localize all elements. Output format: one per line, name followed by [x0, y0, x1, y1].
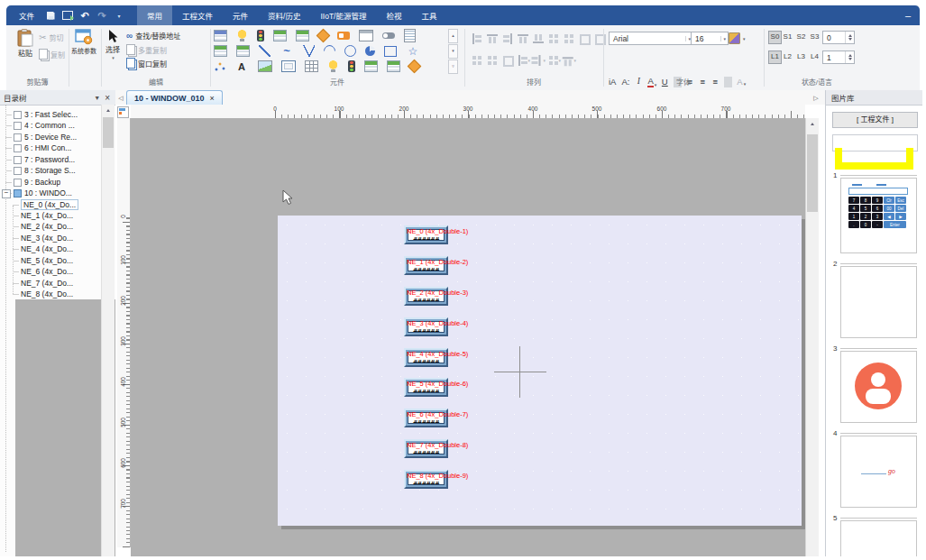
- window-copy-button[interactable]: 窗口复制: [126, 58, 167, 69]
- panel-collapse-icon[interactable]: ▼: [91, 95, 103, 101]
- canvas-vertical-scrollbar[interactable]: [805, 118, 819, 556]
- panel-close-icon[interactable]: ×: [103, 93, 112, 103]
- rectangle-icon[interactable]: [384, 46, 397, 57]
- switch-icon[interactable]: [337, 32, 350, 40]
- numeric-element[interactable]: ###### ###### NE_7 (4x_Double-8): [404, 439, 448, 458]
- library-item-keypad[interactable]: 789ClrEsc45600Del123◀▶.0-Enter: [840, 178, 917, 253]
- select-dropdown-icon[interactable]: ▾: [112, 55, 115, 60]
- tree-checkbox[interactable]: [14, 179, 22, 187]
- spinner-down-icon[interactable]: [848, 58, 852, 60]
- num-keypad-icon[interactable]: [296, 30, 309, 41]
- state-button[interactable]: S3: [809, 31, 821, 42]
- text-icon[interactable]: A: [234, 60, 249, 73]
- tree-item[interactable]: NE_7 (4x_Do...: [0, 278, 101, 289]
- curve-icon[interactable]: ~: [280, 44, 294, 58]
- spinner-up-icon[interactable]: [848, 34, 852, 37]
- traffic-light2-icon[interactable]: [348, 60, 355, 72]
- align-top-icon[interactable]: [517, 32, 530, 45]
- language-spinner[interactable]: 1: [822, 50, 855, 64]
- ribbon-tab[interactable]: 检视: [376, 5, 411, 25]
- distribute-icon[interactable]: [486, 53, 500, 67]
- copy-button[interactable]: 复制: [39, 49, 65, 60]
- palette-scroll-button[interactable]: ▾: [448, 44, 458, 59]
- tag-diamond-icon[interactable]: [316, 29, 331, 43]
- pie-icon[interactable]: [365, 46, 375, 56]
- star-icon[interactable]: ☆: [406, 44, 420, 58]
- project-file-button[interactable]: [ 工程文件 ]: [832, 112, 918, 128]
- numeric-element[interactable]: ###### ###### NE_5 (4x_Double-6): [404, 378, 448, 397]
- layer-down-icon[interactable]: ▾: [532, 53, 546, 67]
- tree-item[interactable]: NE_3 (4x_Do...: [0, 233, 101, 243]
- line-icon[interactable]: [259, 45, 270, 57]
- select-button[interactable]: 选择 ▾: [102, 29, 124, 60]
- arc-icon[interactable]: [321, 42, 337, 59]
- nudge-icon[interactable]: [471, 53, 484, 67]
- same-width-icon[interactable]: [563, 32, 576, 45]
- table-icon[interactable]: [305, 60, 318, 72]
- keypad-555-icon[interactable]: [214, 45, 227, 57]
- state-spinner[interactable]: 0: [822, 31, 855, 44]
- tree-item[interactable]: 4 : Common ...: [0, 120, 101, 131]
- group-icon[interactable]: ▾: [547, 53, 561, 67]
- tree-checkbox[interactable]: [14, 133, 22, 142]
- tab-nav-left-icon[interactable]: ◁: [115, 91, 126, 105]
- tree-item[interactable]: NE_0 (4x_Do...: [0, 199, 101, 210]
- tree-item[interactable]: NE_2 (4x_Do...: [0, 221, 101, 232]
- state-button[interactable]: S0: [768, 31, 782, 44]
- num-keypad2-icon[interactable]: [387, 60, 400, 72]
- traffic-light-icon[interactable]: [257, 30, 264, 41]
- numeric-element[interactable]: ###### ###### NE_0 (4x_Double-1): [404, 225, 448, 244]
- language-button[interactable]: L2: [782, 50, 793, 62]
- toggle-icon[interactable]: [382, 32, 395, 39]
- undo-icon[interactable]: ↶: [79, 10, 90, 21]
- library-item-empty[interactable]: [840, 266, 917, 338]
- tree-item[interactable]: 6 : HMI Con...: [0, 142, 101, 153]
- menu-file[interactable]: 文件: [6, 10, 45, 21]
- tree-item[interactable]: 5 : Device Re...: [0, 132, 101, 142]
- spinner-up-icon[interactable]: [848, 54, 852, 57]
- save-icon[interactable]: [45, 10, 56, 21]
- polyline-icon[interactable]: [303, 45, 315, 57]
- format-brush-button[interactable]: ▾: [729, 32, 746, 44]
- tree-item[interactable]: NE_6 (4x_Do...: [0, 266, 101, 277]
- language-button[interactable]: L3: [795, 50, 807, 62]
- export-icon[interactable]: [62, 10, 73, 21]
- ribbon-tab[interactable]: 常用: [137, 5, 172, 25]
- tree-item[interactable]: NE_5 (4x_Do...: [0, 255, 101, 266]
- system-parameters-button[interactable]: 系统参数: [68, 29, 100, 55]
- tree-scrollbar[interactable]: [101, 105, 115, 556]
- tree-checkbox[interactable]: [14, 167, 22, 175]
- ribbon-tab[interactable]: 工程文件: [172, 5, 223, 25]
- tree-item[interactable]: NE_4 (4x_Do...: [0, 243, 101, 254]
- numeric-element[interactable]: ###### ###### NE_3 (4x_Double-4): [404, 317, 448, 336]
- same-size-icon[interactable]: [547, 32, 561, 45]
- tree-item[interactable]: NE_8 (4x_Do...: [0, 289, 101, 299]
- tree-expand-icon[interactable]: −: [2, 189, 11, 198]
- tree-checkbox[interactable]: [14, 111, 22, 119]
- minimize-button[interactable]: –: [905, 10, 920, 21]
- numeric-element[interactable]: ###### ###### NE_1 (4x_Double-2): [404, 256, 448, 275]
- tree-item[interactable]: 9 : Backup: [0, 177, 101, 188]
- library-item-avatar[interactable]: [840, 351, 917, 423]
- language-button[interactable]: L1: [768, 50, 782, 64]
- library-item-logo[interactable]: go: [840, 436, 917, 508]
- scroll-up-icon[interactable]: [811, 123, 814, 125]
- tag-diamond2-icon[interactable]: [408, 60, 422, 74]
- align-left-icon[interactable]: [471, 32, 484, 45]
- palette-scroll-button[interactable]: ▿: [448, 60, 458, 74]
- combo-icon[interactable]: [359, 30, 373, 41]
- layer-up-icon[interactable]: ▾: [517, 53, 530, 67]
- font-size-select[interactable]: 16▾: [691, 32, 729, 45]
- font-family-select[interactable]: Arial▾: [609, 32, 693, 45]
- align-right-icon[interactable]: [501, 32, 515, 45]
- ribbon-tab[interactable]: 元件: [223, 5, 258, 25]
- keypad-abc-icon[interactable]: [236, 45, 250, 57]
- find-replace-button[interactable]: ∞查找/替换地址: [126, 31, 180, 41]
- ribbon-tab[interactable]: IIoT/能源管理: [310, 5, 376, 25]
- canvas-scroll-thumb[interactable]: [807, 134, 818, 212]
- multi-copy-button[interactable]: 多重复制: [126, 44, 167, 55]
- picture-icon[interactable]: [258, 60, 272, 72]
- cut-button[interactable]: ✂剪切: [39, 32, 63, 42]
- shape-icon[interactable]: [501, 53, 515, 67]
- align-middle-icon[interactable]: [532, 32, 546, 45]
